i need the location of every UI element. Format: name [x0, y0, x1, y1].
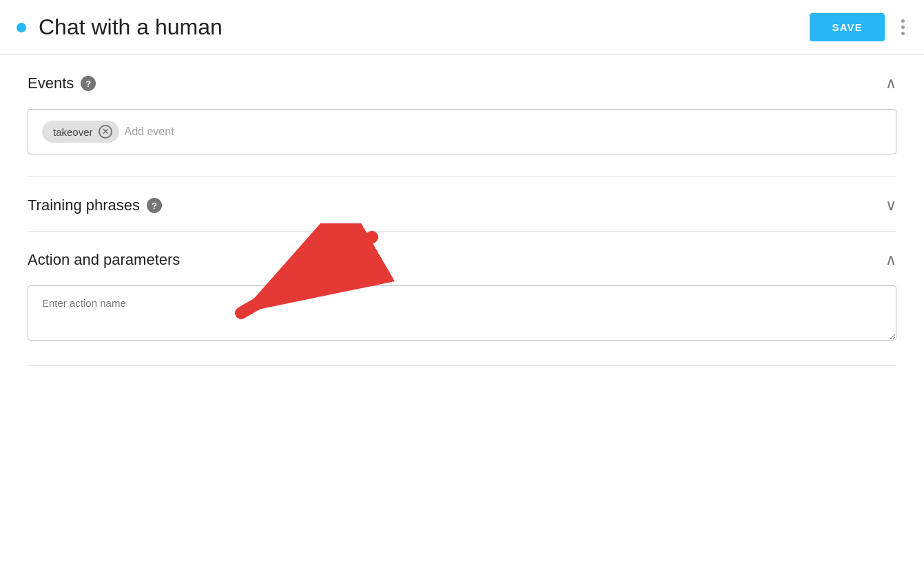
action-parameters-title-group: Action and parameters: [28, 251, 180, 269]
add-event-input[interactable]: Add event: [125, 125, 174, 138]
action-parameters-content: [28, 285, 896, 365]
training-phrases-section-header[interactable]: Training phrases ? ∨: [28, 177, 896, 231]
events-help-icon[interactable]: ?: [81, 76, 96, 91]
dot-2: [901, 26, 905, 29]
events-section-title: Events: [28, 74, 74, 92]
more-menu-button[interactable]: [899, 17, 907, 38]
page-title: Chat with a human: [39, 14, 810, 40]
action-parameters-chevron-up-icon: ∧: [885, 252, 896, 267]
events-section-header[interactable]: Events ? ∧: [28, 55, 896, 109]
action-parameters-section: Action and parameters ∧: [28, 232, 896, 366]
action-parameters-section-title: Action and parameters: [28, 251, 180, 269]
events-chevron-up-icon: ∧: [885, 76, 896, 91]
header: Chat with a human SAVE: [0, 0, 924, 55]
status-dot: [17, 23, 26, 32]
training-phrases-help-icon[interactable]: ?: [147, 198, 162, 213]
training-phrases-title-group: Training phrases ?: [28, 196, 162, 214]
dot-3: [901, 32, 905, 35]
tag-label: takeover: [53, 126, 93, 138]
events-section-content: takeover ✕ Add event: [28, 109, 896, 176]
action-parameters-section-header[interactable]: Action and parameters ∧: [28, 232, 896, 285]
training-phrases-section: Training phrases ? ∨: [28, 177, 896, 232]
dot-1: [901, 19, 905, 23]
action-name-input[interactable]: [28, 285, 896, 341]
action-input-wrapper: [28, 285, 896, 343]
training-phrases-section-title: Training phrases: [28, 196, 140, 214]
events-section: Events ? ∧ takeover ✕ Add event: [28, 55, 896, 177]
close-icon: ✕: [102, 127, 109, 137]
events-input-area[interactable]: takeover ✕ Add event: [28, 109, 896, 154]
training-phrases-chevron-down-icon: ∨: [885, 198, 896, 213]
takeover-tag-remove-button[interactable]: ✕: [99, 125, 112, 139]
main-content: Events ? ∧ takeover ✕ Add event Training…: [0, 55, 924, 366]
save-button[interactable]: SAVE: [810, 13, 885, 41]
events-title-group: Events ?: [28, 74, 96, 92]
takeover-tag: takeover ✕: [42, 121, 119, 143]
